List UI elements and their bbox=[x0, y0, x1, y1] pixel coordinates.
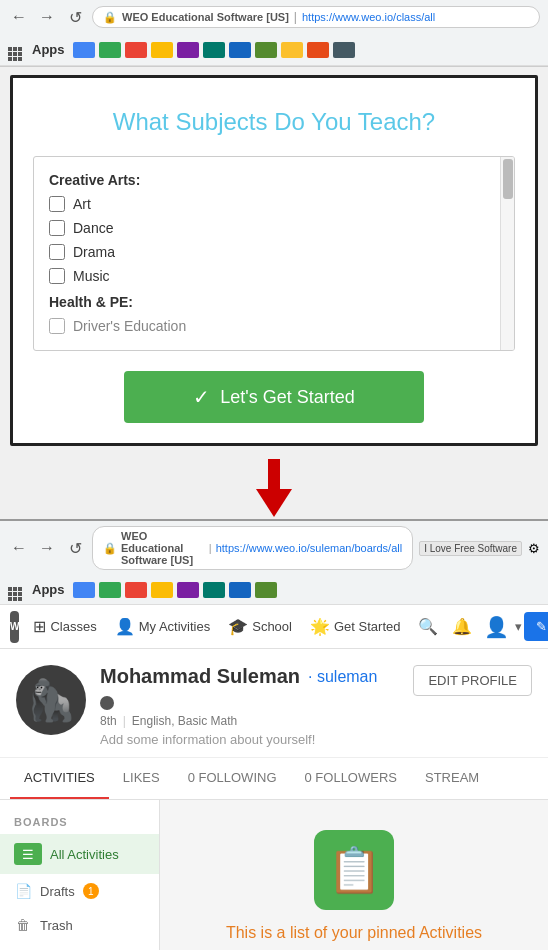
bookmark-chip-2[interactable] bbox=[229, 582, 251, 598]
nav-get-started[interactable]: 🌟 Get Started bbox=[302, 605, 408, 649]
bookmark-chip-2[interactable] bbox=[73, 582, 95, 598]
nav-classes[interactable]: ⊞ Classes bbox=[25, 605, 104, 649]
checkbox-music[interactable]: Music bbox=[49, 268, 499, 284]
pinned-icon: 📋 bbox=[314, 830, 394, 910]
checkmark-icon: ✓ bbox=[193, 385, 210, 409]
checkbox-drivers-ed[interactable]: Driver's Education bbox=[49, 318, 499, 334]
dance-label: Dance bbox=[73, 220, 113, 236]
arrow-down bbox=[256, 489, 292, 517]
avatar: 🦍 bbox=[16, 665, 86, 735]
extension-chip: I Love Free Software bbox=[419, 541, 522, 556]
bookmark-chip-2[interactable] bbox=[151, 582, 173, 598]
drivers-ed-label: Driver's Education bbox=[73, 318, 186, 334]
get-started-nav-label: Get Started bbox=[334, 619, 400, 634]
bookmark-chip[interactable] bbox=[177, 42, 199, 58]
drafts-icon: 📄 bbox=[14, 883, 32, 899]
nav-school[interactable]: 🎓 School bbox=[220, 605, 300, 649]
username-link[interactable]: · suleman bbox=[308, 668, 377, 686]
checkbox-art[interactable]: Art bbox=[49, 196, 499, 212]
drivers-ed-checkbox[interactable] bbox=[49, 318, 65, 334]
main-panel: 📋 This is a list of your pinned Activiti… bbox=[160, 800, 548, 950]
health-section: Health & PE: Driver's Education bbox=[49, 294, 499, 334]
bookmark-chip-2[interactable] bbox=[99, 582, 121, 598]
checkbox-drama[interactable]: Drama bbox=[49, 244, 499, 260]
profile-name-row: Mohammad Suleman · suleman bbox=[100, 665, 399, 710]
forward-button[interactable]: → bbox=[36, 6, 58, 28]
grid-apps-icon bbox=[8, 38, 24, 61]
forward-button-2[interactable]: → bbox=[36, 537, 58, 559]
arrow-container bbox=[0, 454, 548, 517]
art-label: Art bbox=[73, 196, 91, 212]
checkbox-dance[interactable]: Dance bbox=[49, 220, 499, 236]
tab-likes[interactable]: LIKES bbox=[109, 758, 174, 799]
bookmark-chip[interactable] bbox=[125, 42, 147, 58]
sidebar-item-trash[interactable]: 🗑 Trash bbox=[0, 908, 159, 942]
tab-followers[interactable]: 0 FOLLOWERS bbox=[291, 758, 411, 799]
sidebar-item-drafts[interactable]: 📄 Drafts 1 bbox=[0, 874, 159, 908]
sidebar-item-new-board[interactable]: + + New Board bbox=[0, 942, 159, 950]
bookmarks-2 bbox=[73, 582, 277, 598]
subjects-list-box: Creative Arts: Art Dance Drama Music Hea… bbox=[33, 156, 515, 351]
bookmark-chip[interactable] bbox=[203, 42, 225, 58]
bookmark-chip-2[interactable] bbox=[125, 582, 147, 598]
reload-button-2[interactable]: ↺ bbox=[64, 537, 86, 559]
back-button[interactable]: ← bbox=[8, 6, 30, 28]
top-browser: ← → ↺ 🔒 WEO Educational Software [US] | … bbox=[0, 0, 548, 67]
tab-stream[interactable]: STREAM bbox=[411, 758, 493, 799]
bookmarks-bar: Apps bbox=[0, 34, 548, 66]
url-text-2: https://www.weo.io/suleman/boards/all bbox=[216, 542, 402, 554]
bookmark-chip[interactable] bbox=[151, 42, 173, 58]
bookmark-chip-2[interactable] bbox=[203, 582, 225, 598]
bookmark-chip[interactable] bbox=[333, 42, 355, 58]
art-checkbox[interactable] bbox=[49, 196, 65, 212]
create-activity-button[interactable]: ✎ Create Activity bbox=[524, 612, 548, 641]
profile-tabs: ACTIVITIES LIKES 0 FOLLOWING 0 FOLLOWERS… bbox=[0, 758, 548, 800]
bookmark-chip[interactable] bbox=[99, 42, 121, 58]
bookmark-chip[interactable] bbox=[73, 42, 95, 58]
back-button-2[interactable]: ← bbox=[8, 537, 30, 559]
activities-icon: 👤 bbox=[115, 617, 135, 636]
avatar-nav[interactable]: 👤 bbox=[480, 615, 513, 639]
bottom-browser: ← → ↺ 🔒 WEO Educational Software [US] | … bbox=[0, 519, 548, 605]
music-checkbox[interactable] bbox=[49, 268, 65, 284]
get-started-button[interactable]: ✓ Let's Get Started bbox=[124, 371, 424, 423]
top-toolbar: ← → ↺ 🔒 WEO Educational Software [US] | … bbox=[0, 0, 548, 34]
apps-label-2[interactable]: Apps bbox=[32, 582, 65, 597]
search-icon[interactable]: 🔍 bbox=[412, 617, 444, 636]
trash-icon: 🗑 bbox=[14, 917, 32, 933]
sidebar-item-all-activities[interactable]: ☰ All Activities bbox=[0, 834, 159, 874]
tab-stream-label: STREAM bbox=[425, 770, 479, 785]
notification-icon[interactable]: 🔔 bbox=[446, 617, 478, 636]
school-icon: 🎓 bbox=[228, 617, 248, 636]
bookmark-chip[interactable] bbox=[255, 42, 277, 58]
dance-checkbox[interactable] bbox=[49, 220, 65, 236]
scrollbar[interactable] bbox=[500, 157, 514, 350]
reload-button[interactable]: ↺ bbox=[64, 6, 86, 28]
school-label: School bbox=[252, 619, 292, 634]
address-bar[interactable]: 🔒 WEO Educational Software [US] | https:… bbox=[92, 6, 540, 28]
bookmarks-bar-2: Apps bbox=[0, 575, 548, 605]
bookmarks bbox=[73, 42, 355, 58]
online-indicator bbox=[100, 696, 114, 710]
profile-bio: Add some information about yourself! bbox=[100, 732, 399, 747]
bookmark-chip[interactable] bbox=[229, 42, 251, 58]
dropdown-arrow[interactable]: ▾ bbox=[515, 619, 522, 634]
bookmark-chip-2[interactable] bbox=[177, 582, 199, 598]
bookmark-chip[interactable] bbox=[281, 42, 303, 58]
tab-activities[interactable]: ACTIVITIES bbox=[10, 758, 109, 799]
classes-label: Classes bbox=[50, 619, 96, 634]
tab-following[interactable]: 0 FOLLOWING bbox=[174, 758, 291, 799]
lock-icon-2: 🔒 bbox=[103, 542, 117, 555]
tab-following-label: 0 FOLLOWING bbox=[188, 770, 277, 785]
bookmark-chip[interactable] bbox=[307, 42, 329, 58]
tab-followers-label: 0 FOLLOWERS bbox=[305, 770, 397, 785]
edit-profile-button[interactable]: EDIT PROFILE bbox=[413, 665, 532, 696]
drafts-badge: 1 bbox=[83, 883, 99, 899]
drama-checkbox[interactable] bbox=[49, 244, 65, 260]
address-bar-2[interactable]: 🔒 WEO Educational Software [US] | https:… bbox=[92, 526, 413, 570]
nav-my-activities[interactable]: 👤 My Activities bbox=[107, 605, 219, 649]
content-area: BOARDS ☰ All Activities 📄 Drafts 1 🗑 Tra… bbox=[0, 800, 548, 950]
drafts-label: Drafts bbox=[40, 884, 75, 899]
apps-label[interactable]: Apps bbox=[32, 42, 65, 57]
bookmark-chip-2[interactable] bbox=[255, 582, 277, 598]
